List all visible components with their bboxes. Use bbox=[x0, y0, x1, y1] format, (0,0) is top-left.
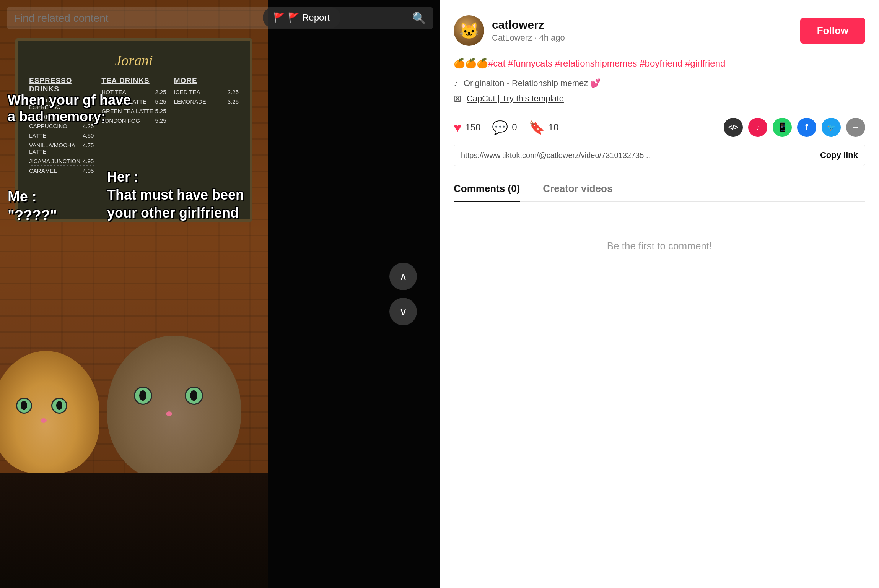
right-panel: catlowerz CatLowerz · 4h ago Follow 🍊🍊🍊#… bbox=[440, 0, 879, 588]
comments-tab-label: Comments (0) bbox=[454, 183, 520, 194]
meme-text-me: Me :"????" bbox=[8, 187, 57, 225]
cat-left-eye2 bbox=[51, 398, 67, 414]
profile-sub: CatLowerz · 4h ago bbox=[492, 33, 793, 43]
profile-name: catlowerz bbox=[492, 18, 793, 31]
cat-right-eye1 bbox=[134, 387, 152, 405]
profile-info: catlowerz CatLowerz · 4h ago bbox=[492, 18, 793, 43]
avatar[interactable] bbox=[454, 15, 484, 46]
menu-item: LATTE4.50 bbox=[29, 132, 94, 140]
meme-text-top: When your gf have a bad memory: bbox=[8, 92, 138, 125]
meme-text-her: Her :That must have beenyour other girlf… bbox=[107, 168, 244, 222]
creator-videos-tab[interactable]: Creator videos bbox=[543, 177, 612, 202]
cat-right-eye2 bbox=[185, 387, 203, 405]
capcut-icon: ⊠ bbox=[454, 93, 461, 104]
search-input[interactable] bbox=[14, 12, 412, 24]
like-action[interactable]: ♥ 150 bbox=[454, 120, 480, 135]
tabs: Comments (0) Creator videos bbox=[454, 177, 865, 202]
twitter-share-button[interactable]: 🐦 bbox=[822, 118, 841, 137]
tiktok-share-button[interactable]: ♪ bbox=[748, 118, 767, 137]
nav-up-button[interactable]: ∧ bbox=[389, 263, 417, 290]
url-row: https://www.tiktok.com/@catlowerz/video/… bbox=[454, 145, 865, 166]
cat-right-nose bbox=[166, 411, 172, 416]
chevron-down-icon: ∨ bbox=[399, 305, 407, 318]
bookmark-icon: 🔖 bbox=[529, 120, 545, 135]
nav-down-button[interactable]: ∨ bbox=[389, 298, 417, 325]
comment-action[interactable]: 💬 0 bbox=[492, 120, 517, 135]
menu-item: ICED TEA2.25 bbox=[174, 89, 239, 96]
video-background: Jorani ESPRESSO DRINKS DOUBLE ESPRESSO2.… bbox=[0, 0, 268, 588]
facebook-share-button[interactable]: f bbox=[797, 118, 816, 137]
report-label: 🚩 Report bbox=[288, 12, 330, 23]
comments-empty-state: Be the first to comment! bbox=[454, 217, 865, 275]
cat-left-eye1 bbox=[16, 398, 32, 414]
more-column: MORE ICED TEA2.25 LEMONADE3.25 bbox=[174, 76, 239, 177]
music-icon: ♪ bbox=[454, 78, 458, 89]
menu-item: JICAMA JUNCTION4.95 bbox=[29, 158, 94, 166]
comment-icon: 💬 bbox=[492, 120, 508, 135]
comment-count: 0 bbox=[512, 122, 517, 133]
tea-title: TEA DRINKS bbox=[101, 76, 166, 85]
more-title: MORE bbox=[174, 76, 239, 85]
left-panel: 🔍 🚩 🚩 Report Jorani ESPRESSO DRINKS DOUB… bbox=[0, 0, 440, 588]
music-row: ♪ Originalton - Relationship memez 💕 bbox=[454, 78, 865, 89]
url-text: https://www.tiktok.com/@catlowerz/video/… bbox=[461, 151, 815, 160]
capcut-row[interactable]: ⊠ CapCut | Try this template bbox=[454, 93, 865, 104]
menu-item: LEMONADE3.25 bbox=[174, 98, 239, 106]
chevron-up-icon: ∧ bbox=[399, 270, 407, 283]
capcut-text[interactable]: CapCut | Try this template bbox=[467, 94, 564, 104]
menu-item: VANILLA/MOCHA LATTE4.75 bbox=[29, 142, 94, 156]
action-bar: ♥ 150 💬 0 🔖 10 </> ♪ 📱 f 🐦 → bbox=[454, 118, 865, 137]
video-container[interactable]: Jorani ESPRESSO DRINKS DOUBLE ESPRESSO2.… bbox=[0, 0, 268, 588]
espresso-title: ESPRESSO DRINKS bbox=[29, 76, 94, 93]
search-bar[interactable]: 🔍 bbox=[7, 7, 433, 29]
cat-right bbox=[107, 336, 241, 481]
bookmark-action[interactable]: 🔖 10 bbox=[529, 120, 559, 135]
whatsapp-share-button[interactable]: 📱 bbox=[773, 118, 792, 137]
creator-videos-tab-label: Creator videos bbox=[543, 183, 612, 194]
more-share-button[interactable]: → bbox=[846, 118, 865, 137]
heart-icon: ♥ bbox=[454, 120, 461, 135]
counter-area bbox=[0, 473, 268, 588]
search-icon[interactable]: 🔍 bbox=[412, 11, 426, 25]
music-text: Originalton - Relationship memez 💕 bbox=[464, 78, 601, 88]
report-button[interactable]: 🚩 🚩 Report bbox=[263, 7, 340, 28]
follow-button[interactable]: Follow bbox=[800, 18, 865, 44]
cat-left-nose bbox=[41, 418, 47, 423]
bookmark-count: 10 bbox=[549, 122, 559, 133]
menu-item: CARAMEL4.95 bbox=[29, 167, 94, 175]
like-count: 150 bbox=[465, 122, 480, 133]
hashtags: 🍊🍊🍊#cat #funnycats #relationshipmemes #b… bbox=[454, 57, 865, 70]
embed-share-button[interactable]: </> bbox=[724, 118, 743, 137]
flag-icon: 🚩 bbox=[273, 12, 285, 23]
nav-arrows: ∧ ∨ bbox=[389, 263, 417, 325]
profile-header: catlowerz CatLowerz · 4h ago Follow bbox=[454, 15, 865, 46]
comments-tab[interactable]: Comments (0) bbox=[454, 177, 520, 202]
share-icons: </> ♪ 📱 f 🐦 → bbox=[724, 118, 865, 137]
copy-link-button[interactable]: Copy link bbox=[820, 150, 858, 160]
menu-title: Jorani bbox=[29, 52, 239, 69]
